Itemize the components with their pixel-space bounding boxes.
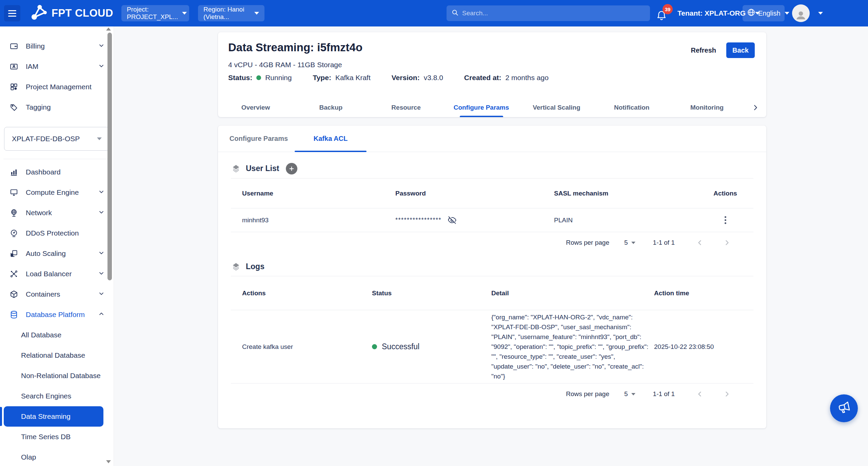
eye-off-icon: [448, 216, 457, 225]
sidebar-item-non-relational-database[interactable]: Non-Relational Database: [0, 366, 114, 386]
logs-pagination: Rows per page 5 1-1 of 1: [231, 384, 753, 405]
sasl-mechanism-cell: PLAIN: [543, 217, 697, 224]
chevron-down-icon: [98, 249, 105, 258]
sidebar: Billing IAM Project Management Tagging X…: [0, 26, 114, 466]
sidebar-item-label: Non-Relational Database: [21, 372, 101, 380]
scrollbar-down-arrow[interactable]: [106, 460, 111, 463]
sidebar-item-project-management[interactable]: Project Management: [0, 77, 114, 97]
tabs-overflow-button[interactable]: [745, 98, 766, 117]
sidebar-item-label: Search Engines: [21, 392, 71, 400]
sidebar-item-auto-scaling[interactable]: Auto Scaling: [0, 243, 114, 264]
pagination-range: 1-1 of 1: [653, 390, 675, 398]
sidebar-item-label: Data Streaming: [21, 412, 71, 421]
tab-resource[interactable]: Resource: [369, 98, 444, 117]
toggle-password-visibility-button[interactable]: [448, 216, 457, 225]
column-header-password: Password: [384, 190, 543, 197]
region-dropdown-label: Region: Hanoi (Vietna...: [203, 6, 250, 21]
sidebar-item-time-series-db[interactable]: Time Series DB: [0, 427, 114, 447]
refresh-button[interactable]: Refresh: [691, 46, 716, 54]
caret-down-icon: [631, 242, 635, 244]
caret-down-icon: [97, 137, 102, 140]
status-value: Running: [265, 74, 292, 82]
chevron-down-icon: [98, 188, 105, 197]
chevron-right-icon: [752, 104, 759, 111]
avatar: [792, 4, 810, 22]
log-detail-json: {"org_name": "XPLAT-HAN-ORG-2", "vdc_nam…: [491, 312, 651, 381]
tab-overview[interactable]: Overview: [218, 98, 293, 117]
sidebar-item-data-streaming[interactable]: Data Streaming: [4, 406, 103, 427]
subtab-kafka-acl[interactable]: Kafka ACL: [295, 126, 367, 152]
sidebar-item-billing[interactable]: Billing: [0, 36, 114, 56]
search-bar[interactable]: [447, 5, 650, 21]
sidebar-item-label: Relational Database: [21, 351, 85, 359]
tab-vertical-scaling[interactable]: Vertical Scaling: [519, 98, 594, 117]
tab-notification[interactable]: Notification: [594, 98, 669, 117]
sidebar-item-ddos-protection[interactable]: DDoS Protection: [0, 223, 114, 243]
sidebar-item-load-balancer[interactable]: Load Balancer: [0, 264, 114, 284]
project-dropdown-label: Project: PROJECT_XPL...: [127, 6, 178, 21]
next-page-button[interactable]: [723, 390, 731, 398]
region-dropdown[interactable]: Region: Hanoi (Vietna...: [198, 5, 264, 21]
rows-per-page-select[interactable]: 5: [624, 239, 635, 246]
tab-monitoring[interactable]: Monitoring: [669, 98, 745, 117]
sidebar-item-label: Time Series DB: [21, 433, 71, 441]
detail-tabs: Overview Backup Resource Configure Param…: [218, 98, 766, 117]
column-header-detail: Detail: [480, 290, 643, 297]
log-status-cell: Successful: [361, 342, 480, 351]
tab-backup[interactable]: Backup: [293, 98, 369, 117]
sidebar-item-search-engines[interactable]: Search Engines: [0, 386, 114, 406]
rows-per-page-value: 5: [624, 239, 628, 246]
sidebar-item-iam[interactable]: IAM: [0, 56, 114, 77]
tag-icon: [9, 103, 18, 112]
column-header-username: Username: [231, 190, 384, 197]
sidebar-divider: [3, 159, 110, 159]
language-dropdown[interactable]: English: [743, 5, 785, 21]
scrollbar-up-arrow[interactable]: [106, 27, 111, 31]
sidebar-item-tagging[interactable]: Tagging: [0, 97, 114, 117]
subtab-configure-params[interactable]: Configure Params: [223, 126, 295, 152]
nodes-icon: [9, 269, 18, 278]
project-dropdown[interactable]: Project: PROJECT_XPL...: [121, 5, 189, 21]
previous-page-button[interactable]: [696, 390, 704, 398]
vdc-selector-dropdown[interactable]: XPLAT-FDE-DB-OSP: [4, 127, 110, 151]
row-actions-menu-button[interactable]: [725, 216, 726, 224]
sidebar-item-relational-database[interactable]: Relational Database: [0, 345, 114, 366]
sidebar-item-label: DDoS Protection: [26, 229, 79, 237]
search-input[interactable]: [462, 10, 645, 17]
back-button[interactable]: Back: [726, 42, 755, 58]
rows-per-page-select[interactable]: 5: [624, 390, 635, 398]
sidebar-item-network[interactable]: Network: [0, 203, 114, 223]
sidebar-item-label: Database Platform: [26, 311, 85, 319]
announcement-fab[interactable]: [830, 394, 858, 422]
user-menu[interactable]: [792, 4, 823, 22]
sidebar-item-containers[interactable]: Containers: [0, 284, 114, 304]
chevron-down-icon: [98, 290, 105, 299]
menu-hamburger-button[interactable]: [4, 5, 20, 21]
sidebar-item-database-platform[interactable]: Database Platform: [0, 304, 114, 325]
sidebar-item-compute-engine[interactable]: Compute Engine: [0, 182, 114, 203]
sidebar-item-label: IAM: [26, 62, 38, 71]
column-header-status: Status: [361, 290, 480, 297]
status-dot-green: [372, 344, 377, 349]
language-label: English: [758, 10, 781, 17]
logs-title: Logs: [246, 262, 264, 271]
add-user-button[interactable]: [286, 163, 297, 174]
sidebar-item-all-database[interactable]: All Database: [0, 325, 114, 345]
type-label: Type:: [313, 74, 331, 82]
cube-icon: [9, 290, 18, 299]
user-list-title: User List: [246, 164, 279, 173]
previous-page-button[interactable]: [696, 239, 704, 247]
tab-configure-params[interactable]: Configure Params: [444, 98, 519, 117]
sidebar-item-olap[interactable]: Olap: [0, 447, 114, 466]
masked-password: ****************: [395, 217, 441, 224]
username-cell: minhnt93: [231, 217, 384, 224]
sidebar-item-label: Olap: [21, 453, 36, 461]
user-table-row: minhnt93 **************** PLAIN: [231, 208, 753, 232]
sidebar-scrollbar-thumb[interactable]: [107, 33, 112, 280]
next-page-button[interactable]: [723, 239, 731, 247]
type-value: Kafka Kraft: [335, 74, 371, 82]
notifications-button[interactable]: 39: [655, 4, 676, 24]
sidebar-item-dashboard[interactable]: Dashboard: [0, 162, 114, 182]
version-field: Version: v3.8.0: [392, 74, 443, 82]
log-action-time-cell: 2025-10-22 23:08:50: [643, 343, 753, 351]
